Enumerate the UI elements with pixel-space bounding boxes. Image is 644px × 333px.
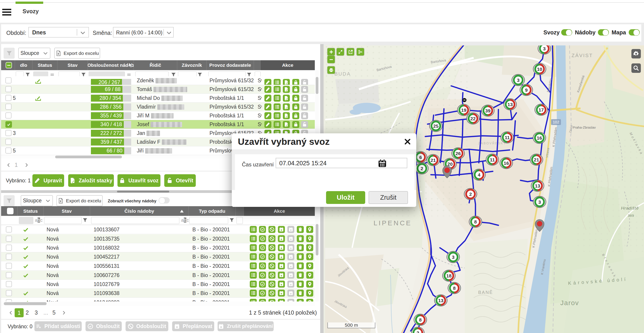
- svg-text:18: 18: [446, 273, 452, 278]
- svg-text:13: 13: [438, 298, 443, 303]
- svg-text:16: 16: [504, 161, 509, 166]
- svg-text:Praha-Zbraslav: Praha-Zbraslav: [573, 125, 596, 129]
- svg-text:3: 3: [543, 46, 546, 51]
- svg-text:2: 2: [420, 166, 423, 171]
- svg-text:26: 26: [456, 151, 460, 156]
- svg-text:3: 3: [538, 199, 541, 205]
- svg-text:2: 2: [416, 330, 419, 333]
- svg-text:21: 21: [430, 158, 436, 163]
- svg-text:BUDA: BUDA: [334, 71, 351, 77]
- svg-text:20: 20: [447, 161, 452, 167]
- svg-text:11: 11: [505, 135, 510, 140]
- svg-text:BANĚ: BANĚ: [478, 290, 493, 295]
- svg-text:389: 389: [628, 214, 634, 217]
- svg-text:25: 25: [433, 123, 438, 129]
- svg-text:4: 4: [478, 172, 480, 177]
- svg-text:102: 102: [553, 120, 559, 124]
- svg-text:Jarov: Jarov: [560, 299, 579, 307]
- svg-text:Hradiště: Hradiště: [621, 206, 639, 210]
- svg-text:11: 11: [490, 157, 495, 162]
- svg-text:8: 8: [453, 286, 456, 291]
- svg-text:6: 6: [419, 155, 422, 160]
- svg-text:3: 3: [452, 255, 454, 260]
- svg-text:10: 10: [537, 66, 542, 72]
- svg-text:16: 16: [537, 135, 542, 141]
- svg-text:8: 8: [419, 317, 422, 323]
- svg-text:2: 2: [469, 192, 472, 197]
- svg-text:LIPENCE: LIPENCE: [374, 219, 412, 227]
- svg-text:13: 13: [508, 102, 512, 107]
- svg-text:9: 9: [525, 87, 528, 93]
- svg-text:22: 22: [470, 116, 476, 121]
- svg-text:39: 39: [485, 108, 490, 113]
- svg-text:21: 21: [534, 157, 539, 162]
- svg-text:8: 8: [474, 219, 477, 224]
- svg-text:13: 13: [535, 183, 540, 188]
- svg-text:17: 17: [538, 107, 544, 112]
- svg-text:3: 3: [517, 78, 520, 83]
- svg-text:ZABOVŘESKY: ZABOVŘESKY: [478, 141, 506, 145]
- svg-text:19: 19: [461, 107, 466, 113]
- svg-text:ZÁVIST: ZÁVIST: [572, 53, 593, 58]
